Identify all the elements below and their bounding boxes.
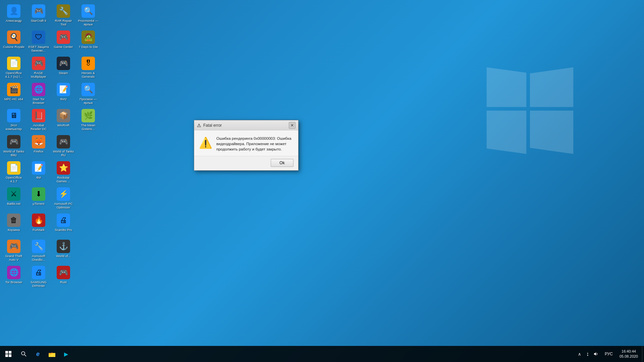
icon-image-asmusoft-pc: ⚡ — [57, 187, 70, 201]
desktop-icon-openoffice-417[interactable]: 📄OpenOffice 4.1.7 — [2, 160, 25, 185]
desktop-icon-battlenet[interactable]: ⚔Battle.net — [2, 186, 25, 212]
icon-image-heroes-generals: 🎖 — [82, 57, 95, 70]
tray-volume-icon[interactable] — [592, 346, 599, 362]
dialog-close-button[interactable]: ✕ — [289, 122, 296, 129]
icon-label-battlenet: Battle.net — [7, 202, 20, 205]
icon-label-procmon-ru: Просмон — ярлык — [77, 97, 99, 105]
desktop-icons-area: 👤Александр🍳Cuisine Royale📄OpenOffice 4.1… — [0, 0, 91, 315]
icon-label-gta-v: Grand Theft Auto V — [3, 254, 24, 262]
desktop-icon-procmon-ru[interactable]: 🔍Просмон — ярлык — [76, 81, 100, 107]
desktop-icon-world-of-ships[interactable]: ⚓World of... — [52, 238, 75, 264]
desktop-icon-rar-repair[interactable]: 🔧RAR Repair Tool — [52, 3, 75, 28]
desktop-icon-procmon64[interactable]: 🔍Procmon64 — ярлык — [76, 3, 100, 28]
tray-network-icon[interactable] — [584, 346, 591, 362]
icon-image-this-pc: 🖥 — [7, 109, 20, 122]
icon-label-rar-repair: RAR Repair Tool — [53, 19, 74, 26]
search-button[interactable] — [17, 346, 31, 362]
icon-image-mpc-hc: 🎬 — [7, 83, 20, 96]
icon-image-furmark: 🔥 — [32, 214, 45, 227]
svg-rect-8 — [49, 353, 51, 354]
desktop-icon-furmark[interactable]: 🔥FurMark — [27, 212, 50, 238]
icon-image-procmon-ru: 🔍 — [82, 83, 95, 96]
icon-label-rage-mp: RAGE Multiplayer — [28, 71, 49, 79]
fatal-error-dialog[interactable]: ⚠ Fatal error ✕ ⚠️ Ошибка рендеринга 0x0… — [194, 120, 299, 171]
language-indicator[interactable]: РУС — [602, 346, 615, 362]
icon-image-mean-greens: 🌿 — [82, 109, 95, 122]
desktop-icon-rockstar[interactable]: ⭐Rockstar Games ... — [52, 160, 75, 185]
icon-image-7days: 🧟 — [82, 31, 95, 44]
icon-image-steam: 🎮 — [57, 57, 70, 70]
desktop-icon-gta-v[interactable]: 🎮Grand Theft Auto V — [2, 238, 25, 264]
icon-label-this-pc: Этот компьютер — [3, 123, 24, 131]
desktop-icon-start-tor[interactable]: 🌐Start Tor Browser — [27, 81, 50, 107]
icon-image-starcraft2: 🎮 — [32, 4, 45, 18]
desktop-icon-utorrent[interactable]: ⬇µTorrent — [27, 186, 50, 212]
desktop-icon-steam[interactable]: 🎮Steam — [52, 55, 75, 81]
icon-image-firefox: 🦊 — [32, 135, 45, 148]
icon-label-world-of-ships: World of... — [56, 254, 70, 258]
desktop-icon-world-tanks-ru[interactable]: 🎮World of Tanks RU — [52, 134, 75, 159]
icon-image-recycle-bin: 🗑 — [7, 214, 20, 227]
desktop-icon-heroes-generals[interactable]: 🎖Heroes & Generals — [76, 55, 100, 81]
desktop-icon-this-pc[interactable]: 🖥Этот компьютер — [2, 108, 25, 133]
desktop-icon-game-center[interactable]: 🎮Game Center — [52, 29, 75, 55]
svg-rect-0 — [5, 351, 8, 354]
clock-time: 16:40:44 — [622, 349, 636, 354]
desktop-icon-asmusoft-one[interactable]: 🔧Asmusoft Onedlic... — [27, 238, 50, 264]
desktop-icon-world-tanks-blitz[interactable]: 🎮World of Tanks Blitz — [2, 134, 25, 159]
desktop-icon-winrar[interactable]: 📦WinRAR — [52, 108, 75, 133]
desktop-icon-mean-greens[interactable]: 🌿The Mean Greens... — [76, 108, 100, 133]
icon-label-rockstar: Rockstar Games ... — [53, 176, 74, 183]
icon-label-rust: Rust — [60, 280, 67, 284]
clock-display[interactable]: 16:40:44 05.08.2020 — [615, 346, 642, 362]
icon-image-cuisine-royale: 🍳 — [7, 31, 20, 44]
file-explorer-button[interactable] — [45, 346, 59, 362]
show-desktop-button[interactable] — [642, 346, 644, 362]
dialog-title-text: Fatal error — [203, 123, 222, 128]
desktop-icon-rust[interactable]: 🎮Rust — [52, 264, 75, 290]
desktop-icon-recycle-bin[interactable]: 🗑Корзина — [2, 212, 25, 238]
desktop-icon-tor-browser[interactable]: 🌐Tor Browser — [2, 264, 25, 290]
icon-image-word-fi2: 📝 — [57, 83, 70, 96]
dialog-body: ⚠️ Ошибка рендеринга 0x00000003: Ошибка … — [194, 130, 298, 156]
icon-image-samsung-drprinter: 🖨 — [32, 266, 45, 279]
icon-image-rockstar: ⭐ — [57, 161, 70, 175]
desktop-icon-word-fi[interactable]: 📝ФИ — [27, 160, 50, 185]
svg-rect-3 — [9, 354, 11, 357]
desktop-icon-rage-mp[interactable]: 🎮RAGE Multiplayer — [27, 55, 50, 81]
icon-label-procmon64: Procmon64 — ярлык — [77, 19, 99, 26]
icon-image-word-fi: 📝 — [32, 161, 45, 175]
desktop-icon-asmusoft-pc[interactable]: ⚡Asmusoft PC Optimizer — [52, 186, 75, 212]
desktop-icon-openoffice-41[interactable]: 📄OpenOffice 4.1.7 (ru) l... — [2, 55, 25, 81]
desktop-icon-acrobat[interactable]: 📕Acrobat Reader DC — [27, 108, 50, 133]
clock-date: 05.08.2020 — [620, 354, 638, 359]
icon-image-aleksandr: 👤 — [7, 4, 20, 18]
desktop-icon-aleksandr[interactable]: 👤Александр — [2, 3, 25, 28]
icon-label-word-fi2: ФИ2 — [60, 97, 66, 101]
taskbar: e ▶ ∧ РУС 16:40:44 05.08.2020 — [0, 346, 644, 362]
dialog-ok-button[interactable]: Ok — [271, 159, 293, 167]
edge-button[interactable]: e — [31, 346, 45, 362]
desktop-icon-cuisine-royale[interactable]: 🍳Cuisine Royale — [2, 29, 25, 55]
tray-expand-button[interactable]: ∧ — [576, 346, 583, 362]
desktop-icon-word-fi2[interactable]: 📝ФИ2 — [52, 81, 75, 107]
icon-label-starcraft2: StarCraft II — [31, 19, 46, 22]
desktop-icon-starcraft2[interactable]: 🎮StarCraft II — [27, 3, 50, 28]
icon-label-recycle-bin: Корзина — [8, 228, 20, 232]
icon-label-winrar: WinRAR — [57, 123, 69, 127]
desktop-icon-eset[interactable]: 🛡ESET Защита банковс... — [27, 29, 50, 55]
icon-label-steam: Steam — [59, 71, 68, 75]
desktop-icon-mpc-hc[interactable]: 🎬MPC-HC x64 — [2, 81, 25, 107]
start-button[interactable] — [0, 346, 17, 362]
icon-label-tor-browser: Tor Browser — [5, 280, 22, 284]
dialog-title-left: ⚠ Fatal error — [197, 123, 222, 128]
icon-image-tor-browser: 🌐 — [7, 266, 20, 279]
icon-image-rust: 🎮 — [57, 266, 70, 279]
desktop-icon-scanitto[interactable]: 🖨Scanitto Pro — [52, 212, 75, 238]
icon-label-utorrent: µTorrent — [33, 202, 44, 205]
desktop-icon-firefox[interactable]: 🦊Firefox — [27, 134, 50, 159]
media-player-button[interactable]: ▶ — [59, 346, 73, 362]
desktop-icon-7days[interactable]: 🧟7 Days to Die — [76, 29, 100, 55]
desktop-icon-samsung-drprinter[interactable]: 🖨SAMSUNG DrPrinter — [27, 264, 50, 290]
icon-label-firefox: Firefox — [34, 149, 43, 153]
